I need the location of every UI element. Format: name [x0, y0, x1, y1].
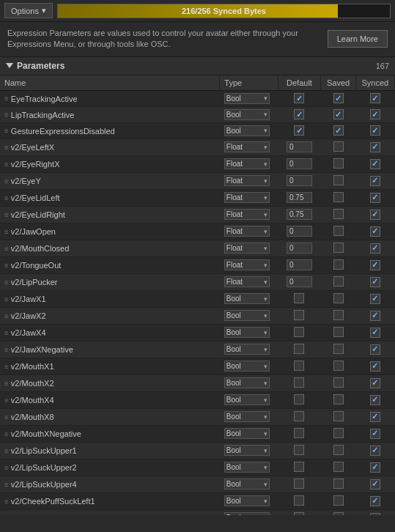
saved-checkbox[interactable]	[333, 141, 344, 152]
drag-handle-icon[interactable]: ≡	[4, 262, 9, 270]
default-checkbox[interactable]	[294, 394, 304, 404]
default-input[interactable]	[287, 158, 312, 169]
type-dropdown[interactable]: BoolIntFloat	[224, 411, 270, 422]
drag-handle-icon[interactable]: ≡	[4, 295, 9, 303]
synced-checkbox[interactable]	[370, 412, 380, 422]
synced-checkbox[interactable]	[370, 93, 380, 103]
type-dropdown[interactable]: BoolIntFloat	[224, 495, 270, 506]
type-dropdown[interactable]: BoolIntFloat	[224, 327, 270, 338]
default-checkbox[interactable]	[294, 109, 304, 119]
saved-checkbox[interactable]	[333, 158, 344, 169]
saved-checkbox[interactable]	[333, 109, 344, 119]
synced-checkbox[interactable]	[370, 226, 380, 237]
saved-checkbox[interactable]	[333, 495, 344, 506]
default-checkbox[interactable]	[294, 361, 304, 371]
synced-checkbox[interactable]	[370, 462, 380, 473]
saved-checkbox[interactable]	[333, 462, 344, 472]
saved-checkbox[interactable]	[333, 175, 344, 185]
drag-handle-icon[interactable]: ≡	[4, 127, 9, 135]
synced-checkbox[interactable]	[370, 176, 380, 186]
type-dropdown[interactable]: BoolIntFloat	[224, 361, 270, 372]
synced-checkbox[interactable]	[370, 496, 380, 506]
drag-handle-icon[interactable]: ≡	[4, 396, 9, 404]
drag-handle-icon[interactable]: ≡	[4, 111, 9, 119]
drag-handle-icon[interactable]: ≡	[4, 95, 9, 103]
type-dropdown[interactable]: BoolIntFloat	[224, 276, 270, 287]
synced-checkbox[interactable]	[370, 142, 380, 152]
type-dropdown[interactable]: BoolIntFloat	[224, 226, 270, 237]
saved-checkbox[interactable]	[333, 259, 344, 270]
saved-checkbox[interactable]	[333, 125, 344, 136]
saved-checkbox[interactable]	[333, 361, 344, 371]
synced-checkbox[interactable]	[370, 361, 380, 372]
collapse-triangle-icon[interactable]	[6, 63, 13, 68]
drag-handle-icon[interactable]: ≡	[4, 380, 9, 388]
default-input[interactable]	[287, 175, 312, 186]
default-input[interactable]	[287, 141, 312, 152]
saved-checkbox[interactable]	[333, 93, 344, 103]
drag-handle-icon[interactable]: ≡	[4, 144, 9, 152]
drag-handle-icon[interactable]: ≡	[4, 329, 9, 337]
drag-handle-icon[interactable]: ≡	[4, 464, 9, 472]
default-checkbox[interactable]	[294, 428, 304, 438]
synced-checkbox[interactable]	[370, 109, 380, 119]
synced-checkbox[interactable]	[370, 277, 380, 287]
default-checkbox[interactable]	[294, 344, 304, 354]
default-checkbox[interactable]	[294, 125, 304, 136]
synced-checkbox[interactable]	[370, 294, 380, 304]
synced-checkbox[interactable]	[370, 429, 380, 439]
synced-checkbox[interactable]	[370, 395, 380, 405]
synced-checkbox[interactable]	[370, 378, 380, 388]
default-input[interactable]	[287, 276, 312, 287]
saved-checkbox[interactable]	[333, 276, 344, 287]
drag-handle-icon[interactable]: ≡	[4, 430, 9, 438]
saved-checkbox[interactable]	[333, 428, 344, 438]
type-dropdown[interactable]: BoolIntFloat	[224, 158, 270, 169]
default-checkbox[interactable]	[294, 327, 304, 337]
synced-checkbox[interactable]	[370, 344, 380, 355]
saved-checkbox[interactable]	[333, 293, 344, 303]
type-dropdown[interactable]: BoolIntFloat	[224, 125, 270, 136]
drag-handle-icon[interactable]: ≡	[4, 514, 9, 515]
learn-more-button[interactable]: Learn More	[328, 30, 388, 48]
default-input[interactable]	[287, 226, 312, 237]
type-dropdown[interactable]: BoolIntFloat	[224, 141, 270, 152]
drag-handle-icon[interactable]: ≡	[4, 228, 9, 236]
saved-checkbox[interactable]	[333, 411, 344, 421]
default-input[interactable]	[287, 243, 312, 254]
default-checkbox[interactable]	[294, 93, 304, 103]
synced-checkbox[interactable]	[370, 159, 380, 169]
drag-handle-icon[interactable]: ≡	[4, 413, 9, 421]
synced-checkbox[interactable]	[370, 125, 380, 136]
default-checkbox[interactable]	[294, 293, 304, 303]
type-dropdown[interactable]: BoolIntFloat	[224, 445, 270, 456]
synced-checkbox[interactable]	[370, 513, 380, 515]
saved-checkbox[interactable]	[333, 344, 344, 354]
saved-checkbox[interactable]	[333, 209, 344, 219]
synced-checkbox[interactable]	[370, 243, 380, 254]
drag-handle-icon[interactable]: ≡	[4, 346, 9, 354]
drag-handle-icon[interactable]: ≡	[4, 312, 9, 320]
saved-checkbox[interactable]	[333, 226, 344, 236]
drag-handle-icon[interactable]: ≡	[4, 498, 9, 506]
default-checkbox[interactable]	[294, 377, 304, 388]
type-dropdown[interactable]: BoolIntFloat	[224, 259, 270, 270]
synced-checkbox[interactable]	[370, 479, 380, 489]
type-dropdown[interactable]: BoolIntFloat	[224, 344, 270, 355]
saved-checkbox[interactable]	[333, 327, 344, 337]
default-checkbox[interactable]	[294, 512, 304, 515]
drag-handle-icon[interactable]: ≡	[4, 177, 9, 185]
type-dropdown[interactable]: BoolIntFloat	[224, 243, 270, 254]
saved-checkbox[interactable]	[333, 445, 344, 455]
type-dropdown[interactable]: BoolIntFloat	[224, 428, 270, 439]
type-dropdown[interactable]: BoolIntFloat	[224, 512, 270, 515]
default-input[interactable]	[287, 259, 312, 270]
type-dropdown[interactable]: BoolIntFloat	[224, 394, 270, 405]
default-checkbox[interactable]	[294, 310, 304, 320]
drag-handle-icon[interactable]: ≡	[4, 447, 9, 455]
synced-checkbox[interactable]	[370, 260, 380, 270]
drag-handle-icon[interactable]: ≡	[4, 211, 9, 219]
synced-checkbox[interactable]	[370, 311, 380, 321]
type-dropdown[interactable]: BoolIntFloat	[224, 479, 270, 489]
type-dropdown[interactable]: BoolIntFloat	[224, 310, 270, 321]
